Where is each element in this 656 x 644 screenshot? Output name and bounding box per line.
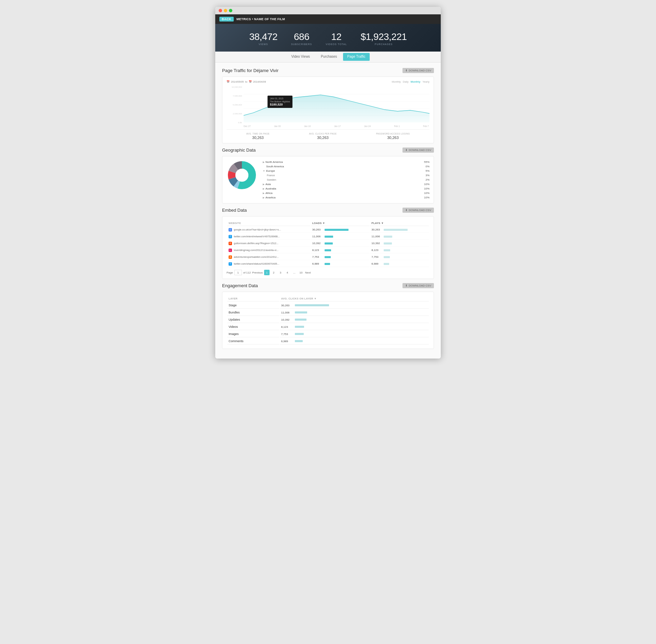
filter-monthly-1[interactable]: Monthly	[392, 80, 401, 83]
download-icon-geo: ⬇	[405, 149, 408, 152]
download-icon-engagement: ⬇	[405, 284, 408, 287]
calendar-icon-2: 📅	[249, 80, 252, 83]
embed-cell-loads: 8,123	[311, 247, 370, 253]
eng-cell-value: 7,753	[280, 331, 429, 337]
embed-download[interactable]: ⬇ DOWNLOAD CSV	[402, 208, 434, 213]
engagement-section: LAYER AVG. CLICKS ON LAYER ▼ Stage 30,26…	[222, 292, 434, 349]
eng-col-clicks[interactable]: AVG. CLICKS ON LAYER ▼	[280, 296, 429, 302]
chart-area: 10,000,000 7,500,000 5,000,000 2,500,000…	[227, 86, 429, 124]
eng-cell-label: Videos	[227, 324, 279, 330]
geo-row-europe: ▼ Europe 5%	[263, 169, 429, 173]
back-button[interactable]: BACK	[219, 17, 234, 22]
tab-video-views[interactable]: Video Views	[286, 52, 315, 62]
embed-row: A adventureexportsaddict.com/2012/01/...…	[227, 254, 429, 260]
dot-yellow	[224, 9, 227, 12]
eng-cell-label: Updates	[227, 317, 279, 323]
pagination: Page of 112 Previous 1 2 3 4 ... 10 Next	[227, 270, 429, 275]
geo-row-france: France 3%	[263, 173, 429, 178]
embed-cell-plays: 10,392	[370, 240, 429, 247]
engagement-row: Images 7,753	[227, 331, 429, 337]
embed-cell-plays: 8,123	[370, 247, 429, 253]
embed-cell-plays: 11,006	[370, 234, 429, 240]
purchases-label: PURCHASES	[360, 43, 407, 45]
expand-icon-anartica[interactable]: ▶	[263, 196, 264, 199]
geo-row-anartica: ▶ Anartica 10%	[263, 195, 429, 200]
geo-row-north-america: ▶ North America 55%	[263, 160, 429, 164]
expand-icon-africa[interactable]: ▶	[263, 192, 264, 195]
engagement-row: Updates 10,392	[227, 317, 429, 323]
donut-svg	[227, 160, 257, 191]
embed-cell-site: T twitter.com/intent/retweet/V49752696B.…	[227, 234, 310, 240]
page-btn-10[interactable]: 10	[298, 270, 304, 275]
embed-row: T twitter.com/share/status/41600670405..…	[227, 261, 429, 267]
videos-value: 12	[326, 31, 347, 42]
geo-row-sweden: Sweden 2%	[263, 178, 429, 182]
embed-cell-site: L loveridingmag.com/2012/11/aventa-vi...	[227, 247, 310, 253]
date-range: 📅 2014/05/05 to 📅 2014/04/09	[227, 80, 266, 83]
embed-cell-loads: 30,263	[311, 227, 370, 233]
breadcrumb: METRICS • NAME OF THE FILM	[236, 17, 285, 21]
page-btn-4[interactable]: 4	[285, 270, 290, 275]
geo-header: Geographic Data ⬇ DOWNLOAD CSV	[222, 148, 434, 153]
chart-controls: 📅 2014/05/05 to 📅 2014/04/09 Monthly Dai…	[227, 80, 429, 83]
eng-col-layer: LAYER	[227, 296, 279, 302]
filter-yearly[interactable]: Yearly	[422, 80, 429, 83]
expand-icon[interactable]: ▶	[263, 161, 264, 164]
download-icon-embed: ⬇	[405, 209, 408, 212]
page-input[interactable]	[234, 270, 242, 275]
next-label[interactable]: Next	[305, 271, 311, 274]
expand-icon-europe[interactable]: ▼	[263, 170, 265, 172]
embed-cell-loads: 10,392	[311, 240, 370, 247]
page-label: Page	[227, 271, 233, 274]
chart-stats: AVG. TIME ON PAGE 30,263 AVG. CLICKS PER…	[227, 129, 429, 140]
page-traffic-title: Page Traffic for Déjame Vivir	[222, 68, 278, 73]
views-label: VIEWS	[249, 43, 277, 45]
calendar-icon: 📅	[227, 80, 230, 83]
tab-page-traffic[interactable]: Page Traffic	[343, 53, 369, 61]
engagement-download[interactable]: ⬇ DOWNLOAD CSV	[402, 283, 434, 288]
eng-cell-label: Images	[227, 331, 279, 337]
hero-stat-videos: 12 VIDEOS TOTAL	[326, 31, 347, 45]
tab-purchases[interactable]: Purchases	[315, 52, 342, 62]
donut-chart	[227, 160, 257, 191]
engagement-row: Bundles 11,006	[227, 309, 429, 316]
y-axis-labels: 10,000,000 7,500,000 5,000,000 2,500,000…	[227, 86, 243, 124]
time-filters: Monthly Daily Monthly Yearly	[392, 80, 429, 83]
embed-cell-plays: 6,989	[370, 261, 429, 267]
col-website: WEBSITE	[227, 221, 310, 226]
page-btn-2[interactable]: 2	[271, 270, 276, 275]
eng-cell-value: 10,392	[280, 317, 429, 323]
top-bar: BACK METRICS • NAME OF THE FILM	[215, 14, 441, 24]
embed-cell-loads: 6,989	[311, 261, 370, 267]
expand-icon-australia[interactable]: ▶	[263, 187, 264, 190]
engagement-row: Stage 30,263	[227, 302, 429, 309]
engagement-table: LAYER AVG. CLICKS ON LAYER ▼ Stage 30,26…	[227, 295, 429, 345]
filter-monthly-active[interactable]: Monthly	[411, 80, 421, 83]
page-traffic-header: Page Traffic for Déjame Vivir ⬇ DOWNLOAD…	[222, 68, 434, 73]
col-loads[interactable]: LOADS ▼	[311, 221, 370, 226]
dot-green	[229, 9, 232, 12]
page-traffic-download[interactable]: ⬇ DOWNLOAD CSV	[402, 68, 434, 73]
embed-header: Embed Data ⬇ DOWNLOAD CSV	[222, 208, 434, 213]
subscribers-value: 686	[291, 31, 312, 42]
eng-cell-value: 8,123	[280, 324, 429, 330]
geo-section: ▶ North America 55% South America 0% ▼	[222, 156, 434, 204]
content-area: Page Traffic for Déjame Vivir ⬇ DOWNLOAD…	[215, 62, 441, 359]
embed-row: G google.co.uk/url?sa=t&rct=j&q=&esrc=s.…	[227, 227, 429, 233]
embed-row: T twitter.com/intent/retweet/V49752696B.…	[227, 234, 429, 240]
col-plays[interactable]: PLAYS ▼	[370, 221, 429, 226]
engagement-header-row: LAYER AVG. CLICKS ON LAYER ▼	[227, 296, 429, 302]
expand-icon-asia[interactable]: ▶	[263, 183, 264, 186]
embed-cell-site: A adventureexportsaddict.com/2012/01/...	[227, 254, 310, 260]
subscribers-label: SUBSCRIBERS	[291, 43, 312, 45]
page-btn-3[interactable]: 3	[278, 270, 283, 275]
prev-label: Previous	[252, 271, 263, 274]
geo-table: ▶ North America 55% South America 0% ▼	[263, 160, 429, 200]
embed-cell-loads: 7,753	[311, 254, 370, 260]
embed-table-header: WEBSITE LOADS ▼ PLAYS ▼	[227, 221, 429, 226]
embed-cell-site: G google.co.uk/url?sa=t&rct=j&q=&esrc=s.…	[227, 227, 310, 233]
filter-daily[interactable]: Daily	[403, 80, 409, 83]
hero-stat-views: 38,472 VIEWS	[249, 31, 277, 45]
page-btn-1[interactable]: 1	[264, 270, 270, 275]
geo-download[interactable]: ⬇ DOWNLOAD CSV	[402, 148, 434, 153]
